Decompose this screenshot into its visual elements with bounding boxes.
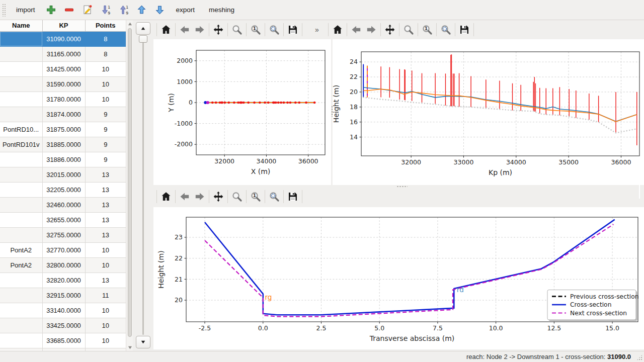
import-button[interactable]: import	[10, 3, 41, 17]
column-header-points[interactable]: Points	[85, 20, 126, 31]
table-row[interactable]: 31590.000010	[0, 76, 126, 92]
points-cell[interactable]: 8	[85, 46, 126, 61]
name-cell[interactable]	[0, 227, 42, 242]
table-scrollbar-thumb[interactable]	[128, 28, 132, 337]
points-cell[interactable]: 9	[85, 122, 126, 137]
kp-cell[interactable]: 32800.0000	[42, 257, 85, 273]
kp-cell[interactable]: 32770.0000	[42, 242, 85, 257]
kp-cell[interactable]: 31090.0000	[42, 31, 85, 46]
table-row[interactable]: PontA232770.000010	[0, 242, 126, 257]
name-cell[interactable]	[0, 76, 42, 92]
table-row[interactable]: 31886.00009	[0, 152, 126, 167]
zoom-fit-button[interactable]	[267, 22, 282, 37]
longitudinal-profile-plot[interactable]: 3200033000340003500036000141618202224Kp …	[333, 39, 644, 185]
points-cell[interactable]: 10	[85, 61, 126, 76]
points-cell[interactable]: 10	[85, 76, 126, 92]
points-cell[interactable]: 13	[85, 227, 126, 242]
home-button[interactable]	[158, 22, 174, 37]
forward-button[interactable]	[192, 189, 207, 204]
table-row[interactable]: PontRD101v31885.00009	[0, 137, 126, 152]
kp-cell[interactable]: 33685.0000	[42, 333, 85, 348]
name-cell[interactable]	[0, 182, 42, 197]
export-button[interactable]: export	[170, 3, 201, 17]
name-cell[interactable]: PontA2	[0, 242, 42, 257]
next-cross-section-button[interactable]	[136, 336, 150, 348]
zoom-button[interactable]	[401, 22, 416, 37]
trace-plot[interactable]: 320003400036000-2000-1000010002000X (m)Y…	[153, 39, 331, 185]
toolbar-drag-handle[interactable]	[2, 4, 6, 17]
zoom-one-button[interactable]: 1	[248, 22, 263, 37]
name-cell[interactable]: PontRD101v	[0, 137, 42, 152]
remove-cross-section-button[interactable]	[61, 2, 77, 18]
name-cell[interactable]	[0, 167, 42, 182]
pan-button[interactable]	[211, 22, 226, 37]
points-cell[interactable]: 13	[85, 167, 126, 182]
name-cell[interactable]	[0, 303, 42, 318]
kp-cell[interactable]: 31590.0000	[42, 76, 85, 92]
home-button[interactable]	[158, 189, 174, 204]
name-cell[interactable]	[0, 212, 42, 227]
table-row[interactable]: 32915.000011	[0, 288, 126, 303]
points-cell[interactable]: 8	[85, 31, 126, 46]
name-cell[interactable]	[0, 107, 42, 122]
points-cell[interactable]: 10	[85, 257, 126, 273]
resize-grip[interactable]	[636, 354, 642, 360]
kp-cell[interactable]: 32655.0000	[42, 212, 85, 227]
column-header-name[interactable]: Name	[0, 20, 42, 31]
points-cell[interactable]: 13	[85, 197, 126, 212]
name-cell[interactable]	[0, 92, 42, 107]
kp-cell[interactable]: 32205.0000	[42, 182, 85, 197]
name-cell[interactable]	[0, 31, 42, 46]
zoom-one-button[interactable]: 1	[420, 22, 435, 37]
points-cell[interactable]: 10	[85, 242, 126, 257]
back-button[interactable]	[177, 189, 192, 204]
points-cell[interactable]: 10	[85, 333, 126, 348]
table-row[interactable]: 32655.000013	[0, 212, 126, 227]
move-down-button[interactable]	[152, 2, 168, 18]
table-row[interactable]: 32460.000013	[0, 197, 126, 212]
kp-cell[interactable]: 31425.0000	[42, 61, 85, 76]
save-button[interactable]	[285, 189, 300, 204]
points-cell[interactable]: 10	[85, 318, 126, 333]
name-cell[interactable]	[0, 46, 42, 61]
points-cell[interactable]: 9	[85, 152, 126, 167]
points-cell[interactable]: 13	[85, 212, 126, 227]
column-header-kp[interactable]: KP	[42, 20, 85, 31]
table-row[interactable]: 31425.000010	[0, 61, 126, 76]
points-cell[interactable]: 13	[85, 273, 126, 288]
pan-button[interactable]	[211, 189, 226, 204]
points-cell[interactable]: 11	[85, 288, 126, 303]
zoom-button[interactable]	[229, 189, 245, 204]
table-row[interactable]: 33685.000010	[0, 333, 126, 348]
scroll-up-icon[interactable]	[127, 21, 133, 27]
zoom-fit-button[interactable]	[267, 189, 282, 204]
name-cell[interactable]	[0, 197, 42, 212]
edit-cross-section-button[interactable]	[79, 2, 96, 18]
cross-section-slider-handle[interactable]	[139, 35, 147, 43]
sort-descending-button[interactable]: 19	[98, 2, 114, 18]
save-button[interactable]	[285, 22, 300, 37]
kp-cell[interactable]: 32755.0000	[42, 227, 85, 242]
kp-cell[interactable]: 32015.0000	[42, 167, 85, 182]
zoom-button[interactable]	[229, 22, 245, 37]
name-cell[interactable]	[0, 61, 42, 76]
kp-cell[interactable]: 31886.0000	[42, 152, 85, 167]
pan-button[interactable]	[382, 22, 397, 37]
name-cell[interactable]	[0, 152, 42, 167]
name-cell[interactable]	[0, 288, 42, 303]
kp-cell[interactable]: 33425.0000	[42, 318, 85, 333]
name-cell[interactable]	[0, 333, 42, 348]
kp-cell[interactable]: 32460.0000	[42, 197, 85, 212]
table-row[interactable]: 31090.00008	[0, 31, 126, 46]
back-button[interactable]	[177, 22, 192, 37]
points-cell[interactable]: 9	[85, 137, 126, 152]
table-row[interactable]: 32205.000013	[0, 182, 126, 197]
cross-section-slider-track[interactable]	[142, 38, 144, 335]
kp-cell[interactable]: 32820.0000	[42, 273, 85, 288]
table-row[interactable]: 31874.00009	[0, 107, 126, 122]
name-cell[interactable]: PontRD10...	[0, 122, 42, 137]
points-cell[interactable]: 13	[85, 182, 126, 197]
table-row[interactable]: 33425.000010	[0, 318, 126, 333]
forward-button[interactable]	[364, 22, 379, 37]
zoom-fit-button[interactable]	[438, 22, 453, 37]
